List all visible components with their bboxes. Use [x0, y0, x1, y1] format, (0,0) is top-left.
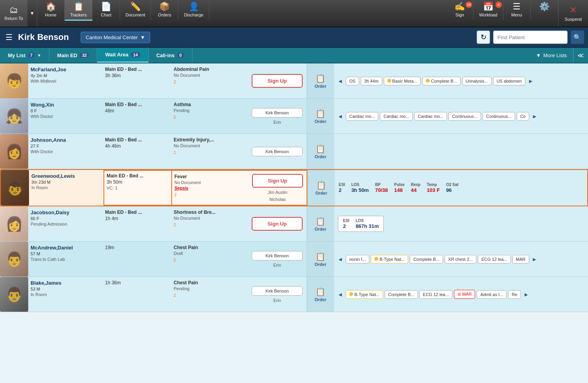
- patient-photo-johnson: 👩: [0, 134, 28, 169]
- patient-name-mcandrew[interactable]: McAndrew,Daniel: [31, 245, 100, 251]
- tab-main-ed[interactable]: Main ED 32: [49, 48, 98, 63]
- document-button[interactable]: ✏️ Document: [120, 0, 151, 20]
- discharge-btn-wrap: 👤 Discharge: [178, 0, 209, 27]
- orders-scroll-right-mcandrew[interactable]: ►: [531, 243, 539, 275]
- order-tag-complete-b1[interactable]: Complete B...: [422, 77, 461, 85]
- more-lists-tab[interactable]: ▼ More Lists: [530, 48, 573, 63]
- patient-name-blake[interactable]: Blake,James: [31, 280, 100, 286]
- refresh-button[interactable]: ↻: [477, 31, 490, 44]
- order-tag-btype-nat-blake[interactable]: B-Type Nat...: [346, 290, 383, 299]
- sepsis-alert-greenwood[interactable]: Sepsis: [174, 186, 246, 190]
- order-button-blake[interactable]: 📋 Order: [312, 284, 330, 305]
- home-icon: 🏠: [45, 2, 56, 11]
- trackers-icon: 📋: [73, 2, 84, 11]
- order-tag-complete-b-mcandrew[interactable]: Complete B...: [410, 255, 443, 264]
- order-tag-nonin[interactable]: nonin I...: [346, 255, 369, 264]
- provider-button-blake[interactable]: Kirk Benson: [252, 286, 303, 296]
- facility-selector[interactable]: Canton Medical Center ▼: [81, 32, 151, 43]
- orders-scroll-right-blake[interactable]: ►: [523, 278, 530, 310]
- order-tag-cardiac2[interactable]: Cardiac mo...: [380, 112, 412, 121]
- sign-up-button-greenwood[interactable]: Sign Up: [252, 174, 303, 188]
- order-button-wong[interactable]: 📋 Order: [312, 106, 330, 127]
- bp-label-greenwood: BP: [375, 182, 388, 187]
- location-time-jacobson: 1h 4m: [105, 216, 169, 221]
- home-label: Home: [45, 13, 56, 17]
- patient-name-wong[interactable]: Wong,Xin: [31, 102, 100, 108]
- orders-scroll-right-mcfarland[interactable]: ►: [527, 65, 535, 97]
- location-vc-greenwood: VC: 1: [107, 186, 169, 190]
- order-tag-btype-nat-mcandrew[interactable]: B-Type Nat...: [371, 255, 408, 264]
- chart-icon: 📄: [101, 2, 111, 11]
- pulse-vital-greenwood: Pulse 148: [394, 182, 405, 193]
- settings-btn-wrap: ⚙️: [531, 0, 558, 27]
- esi-los-box-jacobson: ESI 2 LOS 867h 31m: [338, 216, 384, 232]
- order-button-greenwood[interactable]: 📋 Order: [312, 177, 330, 199]
- order-tag-ecg-mcandrew[interactable]: ECG 12 lea...: [478, 255, 511, 264]
- chart-button[interactable]: 📄 Chart: [93, 0, 120, 20]
- return-to-button[interactable]: 🗂 Return To: [0, 0, 27, 27]
- patient-location-jacobson: Main ED - Bed ... 1h 4m: [103, 206, 171, 241]
- provider-button-wong[interactable]: Kirk Benson: [252, 108, 303, 117]
- tab-call-ins[interactable]: Call-ins 0: [149, 48, 192, 63]
- sign-up-button-jacobson[interactable]: Sign Up: [252, 217, 303, 231]
- orders-scroll-left-wong[interactable]: ◄: [336, 100, 344, 132]
- patient-name-johnson[interactable]: Johnson,Anna: [31, 137, 100, 143]
- home-button[interactable]: 🏠 Home: [37, 0, 65, 20]
- order-tag-os[interactable]: OS: [346, 77, 359, 85]
- tab-my-list[interactable]: My List 7 ▼: [0, 48, 49, 63]
- orders-scroll-left-mcandrew[interactable]: ◄: [336, 243, 344, 275]
- collapse-button[interactable]: ≪: [573, 48, 588, 63]
- find-patient-input[interactable]: [493, 31, 568, 44]
- return-dropdown-arrow[interactable]: ▼: [27, 0, 37, 27]
- current-user-name: Kirk Benson: [18, 32, 69, 42]
- order-tag-urinalysis[interactable]: Urinalysis...: [462, 77, 492, 85]
- provider-button-mcandrew[interactable]: Kirk Benson: [252, 251, 303, 260]
- order-button-mcandrew[interactable]: 📋 Order: [312, 249, 330, 270]
- patient-complaint-wong: Asthma Pending 2: [171, 99, 248, 134]
- order-col-greenwood: 📋 Order: [307, 170, 335, 206]
- search-button[interactable]: 🔍: [571, 31, 584, 44]
- order-button-mcfarland[interactable]: 📋 Order: [312, 70, 330, 92]
- patient-demo-blake: 53 M: [31, 287, 100, 291]
- patient-name-jacobson[interactable]: Jacobson,Daisy: [31, 210, 100, 215]
- order-tag-time[interactable]: 3h 44m: [361, 77, 382, 85]
- discharge-button[interactable]: 👤 Discharge: [178, 0, 209, 20]
- order-tag-cardiac1[interactable]: Cardiac mo...: [346, 112, 378, 121]
- order-tag-mar-blake[interactable]: ⊘ MAR: [454, 290, 475, 299]
- menu-button[interactable]: ☰ Menu: [503, 0, 531, 20]
- patient-info-blake: Blake,James 53 M In Room: [28, 277, 103, 312]
- suspend-button[interactable]: ✕ Suspend: [558, 0, 588, 27]
- settings-button[interactable]: ⚙️: [531, 0, 558, 13]
- orders-scroll-right-wong[interactable]: ►: [531, 100, 539, 132]
- order-tag-xr-chest[interactable]: XR chest 2...: [445, 255, 476, 264]
- collapse-icon: ≪: [577, 52, 584, 59]
- patient-photo-mcandrew: 👨: [0, 242, 28, 276]
- order-tag-continuous2[interactable]: Continuous...: [483, 112, 515, 121]
- order-tag-mar-mcandrew[interactable]: MAR: [512, 255, 529, 264]
- location-name-jacobson: Main ED - Bed ...: [105, 210, 169, 215]
- sign-up-button-mcfarland[interactable]: Sign Up: [252, 74, 303, 88]
- patient-name-mcfarland[interactable]: McFarland,Joe: [31, 67, 100, 72]
- order-tag-ecg-blake[interactable]: ECG 12 lea...: [419, 290, 452, 299]
- orders-scroll-left-blake[interactable]: ◄: [336, 278, 344, 310]
- provider-button-johnson[interactable]: Kirk Benson: [252, 147, 303, 156]
- order-button-johnson[interactable]: 📋 Order: [312, 141, 330, 162]
- patient-name-greenwood[interactable]: Greenwood,Lewis: [31, 173, 101, 179]
- orders-scroll-left-mcfarland[interactable]: ◄: [336, 65, 344, 97]
- order-tag-continuous1[interactable]: Continuous...: [448, 112, 481, 121]
- hamburger-menu-icon[interactable]: ☰: [4, 31, 14, 43]
- order-tag-us-abdomen[interactable]: US abdomen: [493, 77, 525, 85]
- order-tag-co[interactable]: Co: [517, 112, 529, 121]
- order-tag-cardiac3[interactable]: Cardiac mo...: [414, 112, 447, 121]
- sign-area-blake: Kirk Benson Erin: [248, 277, 307, 312]
- order-button-jacobson[interactable]: 📋 Order: [312, 213, 330, 235]
- order-tag-admit-blake[interactable]: Admit as I...: [477, 290, 506, 299]
- esi-vital-greenwood: ESI 2: [339, 182, 345, 193]
- trackers-button[interactable]: 📋 Trackers: [65, 0, 93, 21]
- order-tag-re-blake[interactable]: Re: [508, 290, 521, 299]
- orders-button[interactable]: 📦 Orders: [151, 0, 178, 20]
- avatar-blake: 👨: [0, 277, 28, 312]
- order-tag-basic-meta[interactable]: Basic Meta...: [384, 77, 421, 85]
- tab-wait-area[interactable]: Wait Area 14: [97, 48, 148, 63]
- order-tag-complete-b-blake[interactable]: Complete B...: [385, 290, 418, 299]
